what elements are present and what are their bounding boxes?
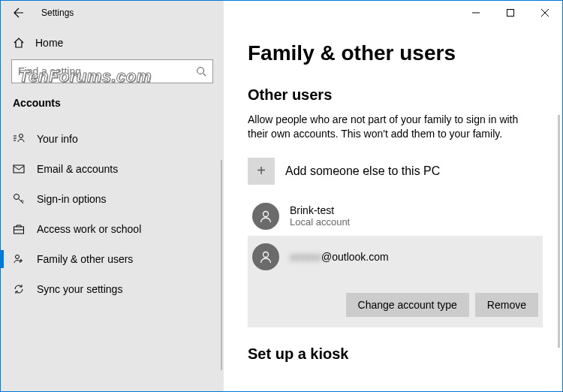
sidebar-item-your-info[interactable]: Your info xyxy=(1,124,224,154)
user-row-outlook[interactable]: xxxxxx@outlook.com Change account type R… xyxy=(248,236,543,327)
avatar xyxy=(252,243,279,270)
page-title: Family & other users xyxy=(248,41,543,65)
sidebar-item-label: Your info xyxy=(37,133,78,145)
kiosk-heading: Set up a kiosk xyxy=(248,345,543,363)
close-button[interactable] xyxy=(528,1,562,25)
svg-rect-0 xyxy=(507,10,514,17)
sync-icon xyxy=(13,283,25,295)
svg-rect-3 xyxy=(14,165,24,173)
maximize-icon xyxy=(507,9,514,17)
search-icon xyxy=(196,66,206,77)
back-button[interactable] xyxy=(7,1,31,25)
change-account-type-button[interactable]: Change account type xyxy=(346,293,469,317)
sidebar-item-label: Sync your settings xyxy=(37,283,122,295)
sidebar-item-label: Family & other users xyxy=(37,253,133,265)
person-icon xyxy=(258,249,273,264)
close-icon xyxy=(541,9,549,17)
user-name: xxxxxx@outlook.com xyxy=(290,251,389,263)
titlebar: Settings xyxy=(1,1,562,25)
remove-button[interactable]: Remove xyxy=(475,293,538,317)
user-labels: Brink-test Local account xyxy=(290,204,350,228)
sidebar-item-label: Email & accounts xyxy=(37,163,118,175)
minimize-button[interactable] xyxy=(459,1,493,25)
sidebar-item-label: Sign-in options xyxy=(37,193,107,205)
sidebar-item-family-other-users[interactable]: Family & other users xyxy=(1,244,224,274)
person-icon xyxy=(258,209,273,224)
other-users-heading: Other users xyxy=(248,86,543,104)
sidebar-item-access-work-school[interactable]: Access work or school xyxy=(1,214,224,244)
svg-point-8 xyxy=(263,252,269,257)
sidebar-item-label: Access work or school xyxy=(37,223,141,235)
sidebar-item-signin-options[interactable]: Sign-in options xyxy=(1,184,224,214)
content-scrollbar[interactable] xyxy=(558,115,560,348)
people-icon xyxy=(13,253,25,265)
home-icon xyxy=(13,37,25,49)
search-wrap xyxy=(1,55,224,91)
add-someone-row[interactable]: + Add someone else to this PC xyxy=(248,153,543,189)
body: Home Accounts Your info Email & accounts xyxy=(1,25,562,391)
sidebar: Home Accounts Your info Email & accounts xyxy=(1,25,224,391)
add-someone-label: Add someone else to this PC xyxy=(285,164,440,178)
minimize-icon xyxy=(472,9,480,17)
window-controls xyxy=(459,1,562,25)
settings-window: Settings Home xyxy=(0,0,563,392)
obscured-prefix: xxxxxx xyxy=(290,251,321,263)
plus-icon: + xyxy=(248,158,275,185)
search-field[interactable] xyxy=(18,65,196,77)
svg-point-2 xyxy=(20,134,23,138)
other-users-description: Allow people who are not part of your fa… xyxy=(248,113,540,141)
user-sub: Local account xyxy=(290,216,350,228)
sidebar-home[interactable]: Home xyxy=(1,31,224,55)
key-icon xyxy=(13,193,25,205)
user-row-local[interactable]: Brink-test Local account xyxy=(248,197,543,236)
search-input[interactable] xyxy=(11,59,213,83)
content-area: Family & other users Other users Allow p… xyxy=(224,25,562,391)
sidebar-scrollbar[interactable] xyxy=(221,160,222,370)
svg-point-1 xyxy=(197,68,204,74)
user-name: Brink-test xyxy=(290,204,350,216)
sidebar-home-label: Home xyxy=(35,37,63,49)
sidebar-item-sync-settings[interactable]: Sync your settings xyxy=(1,274,224,304)
user-actions: Change account type Remove xyxy=(252,293,538,317)
svg-point-4 xyxy=(14,194,20,200)
avatar xyxy=(252,203,279,230)
svg-point-7 xyxy=(263,211,269,216)
sidebar-item-email-accounts[interactable]: Email & accounts xyxy=(1,154,224,184)
window-title: Settings xyxy=(41,8,74,18)
user-labels: xxxxxx@outlook.com xyxy=(290,251,389,263)
nav-list: Your info Email & accounts Sign-in optio… xyxy=(1,124,224,304)
email-icon xyxy=(13,163,25,175)
your-info-icon xyxy=(13,133,25,145)
back-arrow-icon xyxy=(13,7,25,19)
titlebar-left: Settings xyxy=(1,1,224,25)
briefcase-icon xyxy=(13,223,25,235)
sidebar-category: Accounts xyxy=(1,91,224,118)
svg-point-6 xyxy=(16,255,20,259)
maximize-button[interactable] xyxy=(493,1,528,25)
